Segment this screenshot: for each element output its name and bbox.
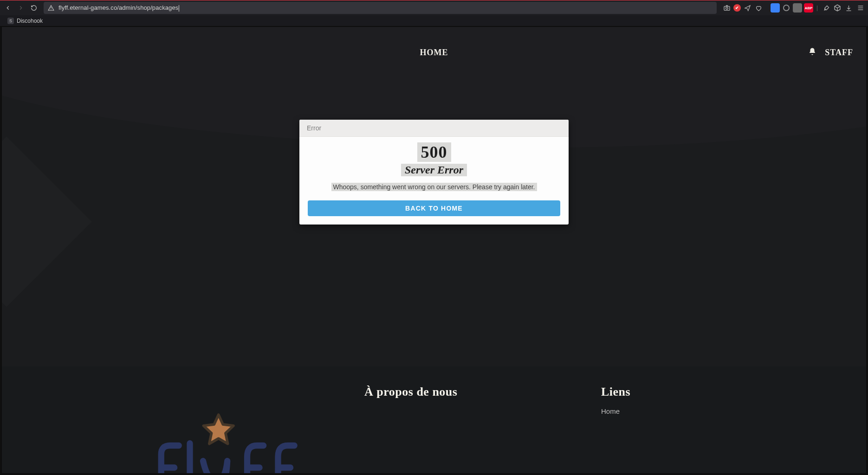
bookmark-discohook[interactable]: S Discohook (5, 17, 45, 25)
insecure-site-icon (47, 4, 55, 12)
chevron-left-icon (5, 5, 11, 11)
eyedropper-icon[interactable] (822, 3, 831, 13)
site-footer: À propos de nous Liens Home (2, 366, 866, 474)
page-viewport: HOME STAFF Error 500 Server Error Whoops… (1, 26, 867, 474)
error-card-header: Error (299, 120, 569, 137)
footer-about-column: À propos de nous (364, 385, 583, 469)
footer-about-heading: À propos de nous (364, 385, 583, 399)
cube-icon[interactable] (833, 3, 842, 13)
decorative-diamond (1, 136, 92, 307)
toolbar-separator: │ (815, 3, 820, 13)
adblock-icon[interactable]: ABP (804, 3, 813, 13)
extension-blue-icon[interactable] (771, 3, 780, 13)
toolbar-extensions: ✔ ABP │ (719, 3, 865, 13)
bell-icon (808, 47, 816, 56)
error-card: Error 500 Server Error Whoops, something… (299, 120, 569, 225)
svg-point-1 (51, 9, 51, 10)
bookmark-favicon-icon: S (7, 18, 14, 24)
error-title: Server Error (401, 164, 467, 176)
error-message: Whoops, something went wrong on our serv… (331, 183, 537, 191)
bookmarks-bar: S Discohook (0, 15, 868, 26)
blocker-badge-icon[interactable]: ✔ (733, 4, 741, 12)
notifications-button[interactable] (808, 47, 816, 58)
heart-icon[interactable] (754, 3, 763, 13)
nav-reload-button[interactable] (28, 2, 40, 14)
footer-logo-column (146, 385, 346, 469)
back-to-home-button[interactable]: BACK TO HOME (308, 200, 560, 216)
nav-back-button[interactable] (2, 2, 14, 14)
site-nav: HOME STAFF (2, 27, 866, 78)
app-menu-icon[interactable] (856, 3, 865, 13)
flyff-logo-icon (137, 399, 313, 474)
nav-forward-button[interactable] (15, 2, 27, 14)
address-bar[interactable]: flyff.eternal-games.co/admin/shop/packag… (44, 2, 717, 14)
svg-point-3 (726, 7, 728, 9)
footer-links-column: Liens Home (601, 385, 722, 469)
text-caret-icon (179, 5, 179, 12)
chevron-right-icon (18, 5, 24, 11)
nav-home-link[interactable]: HOME (420, 48, 448, 58)
extension-grey-icon[interactable] (793, 3, 802, 13)
download-icon[interactable] (844, 3, 853, 13)
footer-link-home[interactable]: Home (601, 407, 722, 415)
address-bar-text: flyff.eternal-games.co/admin/shop/packag… (58, 4, 713, 12)
nav-staff-link[interactable]: STAFF (825, 48, 853, 58)
bookmark-label: Discohook (17, 18, 43, 24)
screenshot-icon[interactable] (722, 3, 732, 13)
extension-ring-icon[interactable] (782, 3, 791, 13)
browser-toolbar: flyff.eternal-games.co/admin/shop/packag… (0, 0, 868, 15)
reload-icon (31, 5, 37, 11)
send-icon[interactable] (743, 3, 752, 13)
footer-links-heading: Liens (601, 385, 722, 399)
error-code: 500 (417, 142, 451, 162)
